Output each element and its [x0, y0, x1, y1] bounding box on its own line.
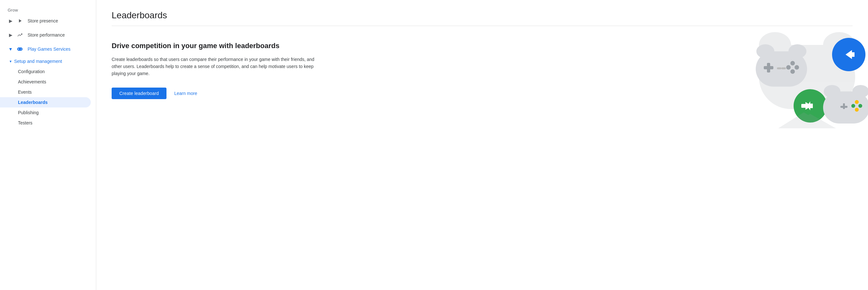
svg-point-5	[22, 49, 22, 50]
sidebar-label-publishing: Publishing	[18, 110, 39, 115]
sidebar-label-setup-management: Setup and management	[14, 59, 62, 64]
sidebar-label-store-performance: Store performance	[28, 32, 65, 37]
svg-rect-2	[18, 49, 19, 50]
svg-point-4	[21, 49, 21, 50]
learn-more-link[interactable]: Learn more	[174, 91, 197, 96]
svg-point-12	[788, 44, 806, 58]
sidebar-item-achievements[interactable]: Achievements	[0, 77, 91, 87]
sidebar-label-play-games-services: Play Games Services	[28, 46, 70, 52]
sidebar-item-play-games-services[interactable]: ▼ Play Games Services	[0, 42, 91, 56]
sidebar-label-store-presence: Store presence	[28, 18, 58, 24]
chevron-down-icon-setup: ▼	[9, 60, 12, 63]
svg-point-11	[756, 44, 774, 58]
sidebar-item-store-presence[interactable]: ▶ Store presence	[0, 14, 91, 28]
sidebar-item-configuration[interactable]: Configuration	[0, 66, 91, 77]
sidebar-section-grow: Grow	[0, 5, 96, 14]
sidebar-label-configuration: Configuration	[18, 69, 44, 74]
sidebar-item-testers[interactable]: Testers	[0, 118, 91, 128]
svg-point-17	[786, 65, 791, 70]
sidebar-item-setup-management[interactable]: ▼ Setup and management	[0, 56, 91, 66]
create-leaderboard-button[interactable]: Create leaderboard	[112, 88, 166, 99]
sidebar-label-leaderboards: Leaderboards	[18, 100, 48, 105]
sidebar: Grow ▶ Store presence ▶ Store performanc…	[0, 0, 96, 290]
content-body: Drive competition in your game with lead…	[112, 41, 343, 99]
sidebar-item-events[interactable]: Events	[0, 87, 91, 97]
sidebar-label-events: Events	[18, 90, 32, 95]
svg-rect-24	[801, 104, 806, 108]
chevron-right-icon: ▶	[8, 18, 13, 24]
svg-rect-14	[764, 66, 773, 69]
main-content: Leaderboards Drive competition in your g…	[96, 0, 868, 290]
svg-rect-29	[840, 106, 847, 108]
sidebar-label-achievements: Achievements	[18, 79, 46, 84]
gamepad-icon	[16, 45, 24, 53]
svg-point-26	[824, 85, 840, 98]
svg-point-6	[21, 50, 22, 50]
svg-rect-20	[781, 67, 786, 69]
svg-point-30	[855, 100, 859, 104]
sidebar-item-publishing[interactable]: Publishing	[0, 107, 91, 118]
svg-point-16	[795, 65, 799, 70]
content-description: Create leaderboards so that users can co…	[112, 56, 317, 77]
svg-point-31	[858, 104, 862, 108]
content-heading: Drive competition in your game with lead…	[112, 41, 343, 51]
svg-point-32	[851, 104, 855, 108]
play-icon	[16, 17, 24, 25]
svg-point-33	[855, 108, 859, 111]
chevron-right-icon-perf: ▶	[8, 32, 13, 38]
svg-rect-19	[777, 67, 781, 69]
sidebar-item-leaderboards[interactable]: Leaderboards	[0, 97, 91, 107]
sidebar-item-store-performance[interactable]: ▶ Store performance	[0, 28, 91, 42]
svg-point-15	[790, 61, 795, 65]
action-row: Create leaderboard Learn more	[112, 88, 343, 99]
illustration	[740, 19, 868, 141]
sidebar-label-testers: Testers	[18, 120, 32, 125]
trending-icon	[16, 31, 24, 39]
chevron-down-icon-pgs: ▼	[8, 46, 13, 52]
svg-point-3	[21, 49, 22, 49]
svg-point-18	[790, 69, 795, 74]
